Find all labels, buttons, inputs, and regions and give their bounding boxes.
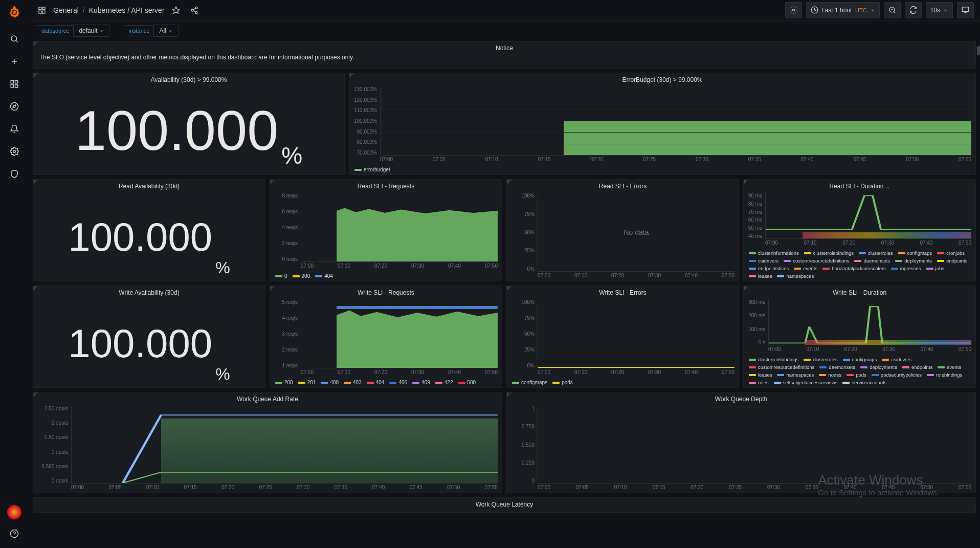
panel-read-duration[interactable]: Read SLI - Duration⌄ 90 ms80 ms70 ms60 m… [743, 179, 976, 281]
panel-read-availability[interactable]: Read Availability (30d) 100.000% [33, 179, 265, 281]
breadcrumb-general[interactable]: General [53, 6, 79, 14]
left-nav [0, 0, 29, 548]
time-range-label: Last 1 hour [821, 7, 852, 14]
apps-icon[interactable] [35, 3, 49, 17]
svg-rect-20 [962, 7, 969, 12]
configuration-icon[interactable] [6, 143, 23, 160]
nodata-label: No data [623, 228, 649, 236]
grafana-logo[interactable] [6, 4, 23, 20]
legend-read-duration: clusterinformationsclusterrolebindingscl… [744, 248, 975, 281]
var-datasource-label: datasource [37, 25, 74, 36]
svg-rect-3 [11, 80, 13, 83]
user-avatar[interactable] [7, 505, 21, 519]
write-availability-value: 100.000% [33, 299, 265, 387]
legend-write-requests: 200201400403404406409422500 [270, 378, 502, 387]
plus-icon[interactable] [6, 53, 23, 70]
panel-availability-30d[interactable]: Availability (30d) > 99.000% 100.000% [33, 73, 345, 175]
svg-rect-10 [39, 7, 41, 10]
explore-icon[interactable] [6, 98, 23, 115]
refresh-button[interactable] [905, 2, 922, 18]
topbar: General / Kubernetes / API server Last 1… [29, 0, 980, 20]
search-icon[interactable] [6, 31, 23, 47]
server-admin-icon[interactable] [6, 166, 23, 182]
svg-point-2 [11, 36, 17, 41]
scrollbar-thumb[interactable] [977, 46, 980, 55]
dashboards-icon[interactable] [6, 76, 23, 92]
svg-point-17 [793, 9, 795, 11]
template-variables: datasource default instance All [29, 20, 980, 41]
help-icon[interactable] [6, 525, 23, 542]
svg-point-16 [195, 11, 197, 13]
star-icon[interactable] [169, 3, 183, 17]
svg-rect-4 [15, 80, 18, 83]
refresh-interval-picker[interactable]: 10s [926, 2, 953, 18]
svg-rect-5 [11, 85, 13, 87]
share-icon[interactable] [187, 3, 202, 17]
dashboard-settings-button[interactable] [785, 2, 802, 18]
zoom-out-button[interactable] [884, 2, 901, 18]
legend-read-requests: 0200404 [270, 271, 502, 281]
time-range-picker[interactable]: Last 1 hour UTC [806, 2, 880, 18]
legend-errorbudget: errorbudget [349, 165, 975, 174]
svg-point-7 [11, 103, 18, 111]
svg-point-1 [13, 11, 16, 14]
panel-write-availability[interactable]: Write Availability (30d) 100.000% [33, 286, 265, 388]
read-availability-value: 100.000% [33, 193, 265, 281]
timezone-label: UTC [855, 7, 867, 13]
var-instance-label: instance [124, 25, 154, 36]
svg-point-14 [195, 7, 197, 9]
panel-notice[interactable]: Notice The SLO (service level objective)… [33, 41, 976, 69]
svg-rect-12 [39, 11, 41, 13]
legend-write-duration: clusterrolebindingsclusterrolesconfigmap… [744, 355, 975, 387]
var-instance-value[interactable]: All [153, 25, 178, 37]
breadcrumb: General / Kubernetes / API server [53, 6, 165, 14]
panel-work-queue-add-rate[interactable]: Work Queue Add Rate 2.50 ops/s2 ops/s1.5… [33, 392, 502, 493]
legend-write-errors: configmapspods [507, 378, 739, 387]
var-datasource-value[interactable]: default [73, 25, 109, 37]
panel-read-errors[interactable]: Read SLI - Errors 100%75%50%25%0% No dat… [506, 179, 739, 281]
panel-errorbudget[interactable]: ErrorBudget (30d) > 99.000% 130.000%120.… [349, 73, 976, 175]
alerting-icon[interactable] [6, 121, 23, 137]
panel-work-queue-latency[interactable]: Work Queue Latency [33, 497, 976, 513]
availability-value: 100.000% [33, 86, 344, 174]
windows-activation-watermark: Activate Windows Go to Settings to activ… [818, 472, 939, 497]
panel-write-errors[interactable]: Write SLI - Errors 100%75%50%25%0% 07:00… [506, 286, 739, 388]
breadcrumb-dashboard[interactable]: Kubernetes / API server [89, 6, 165, 14]
svg-rect-6 [15, 85, 18, 87]
svg-rect-13 [42, 11, 45, 13]
tv-mode-button[interactable] [957, 2, 974, 18]
panel-read-requests[interactable]: Read SLI - Requests 8 req/s6 req/s4 req/… [270, 179, 502, 281]
panel-write-duration[interactable]: Write SLI - Duration 300 ms200 ms100 ms0… [743, 286, 976, 388]
notice-text: The SLO (service level objective) and ot… [33, 52, 975, 65]
panel-write-requests[interactable]: Write SLI - Requests 5 req/s4 req/s3 req… [270, 286, 502, 388]
svg-point-8 [13, 150, 16, 153]
svg-point-15 [191, 9, 193, 11]
svg-rect-11 [42, 7, 45, 10]
